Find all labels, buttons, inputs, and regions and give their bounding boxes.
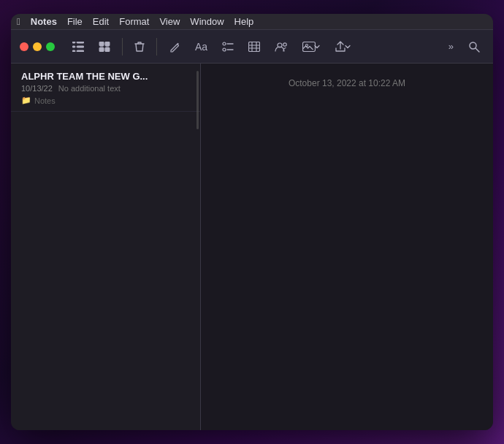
folder-icon: 📁: [21, 96, 31, 105]
share-chevron-icon: [345, 44, 351, 50]
note-folder: 📁 Notes: [21, 96, 190, 105]
traffic-lights: [20, 42, 55, 51]
fullscreen-button[interactable]: [46, 42, 55, 51]
notes-window:  Notes File Edit Format View Window Hel…: [11, 14, 493, 430]
more-button[interactable]: »: [444, 38, 458, 55]
menu-item-file[interactable]: File: [67, 16, 83, 27]
collaborate-icon: [275, 42, 288, 52]
svg-rect-3: [77, 46, 84, 47]
note-title: ALPHR TEAM THE NEW G...: [21, 71, 190, 82]
collaborate-button[interactable]: [270, 39, 292, 55]
share-button[interactable]: [330, 38, 355, 56]
toolbar-divider-1: [122, 38, 123, 56]
close-button[interactable]: [20, 42, 28, 51]
sidebar: ALPHR TEAM THE NEW G... 10/13/22 No addi…: [11, 64, 201, 430]
menu-item-edit[interactable]: Edit: [93, 16, 109, 27]
delete-button[interactable]: [130, 38, 149, 56]
svg-point-20: [283, 42, 286, 45]
note-preview: No additional text: [58, 84, 121, 93]
svg-point-10: [223, 42, 226, 45]
toolbar-divider-2: [156, 38, 157, 56]
note-date: 10/13/22: [21, 84, 53, 93]
svg-line-24: [476, 48, 479, 52]
svg-rect-5: [77, 50, 84, 52]
list-view-button[interactable]: [68, 39, 88, 55]
search-icon: [468, 41, 480, 53]
svg-rect-0: [72, 42, 75, 43]
menu-item-help[interactable]: Help: [234, 16, 254, 27]
chevron-down-icon: [314, 44, 320, 50]
svg-rect-2: [72, 46, 75, 47]
menu-item-notes[interactable]: Notes: [31, 16, 57, 27]
menu-item-view[interactable]: View: [159, 16, 180, 27]
format-button[interactable]: Aa: [191, 38, 212, 56]
editor[interactable]: October 13, 2022 at 10:22 AM: [201, 64, 493, 430]
note-list-item[interactable]: ALPHR TEAM THE NEW G... 10/13/22 No addi…: [11, 64, 200, 112]
folder-name: Notes: [34, 96, 56, 105]
apple-icon[interactable]: : [17, 16, 20, 27]
menu-bar:  Notes File Edit Format View Window Hel…: [11, 14, 493, 30]
font-label: Aa: [195, 41, 207, 53]
checklist-icon: [222, 41, 234, 53]
table-icon: [248, 42, 260, 52]
note-meta: 10/13/22 No additional text: [21, 84, 190, 93]
minimize-button[interactable]: [33, 42, 42, 51]
gallery-view-button[interactable]: [94, 39, 115, 55]
list-icon: [72, 42, 84, 52]
checklist-button[interactable]: [218, 38, 238, 56]
compose-icon: [169, 41, 180, 53]
svg-rect-4: [72, 50, 75, 52]
svg-rect-14: [249, 42, 260, 51]
gallery-icon: [99, 42, 110, 52]
menu-items: Notes File Edit Format View Window Help: [31, 16, 254, 27]
svg-point-11: [223, 48, 226, 51]
editor-timestamp: October 13, 2022 at 10:22 AM: [289, 78, 405, 88]
menu-item-format[interactable]: Format: [119, 16, 149, 27]
new-note-button[interactable]: [164, 38, 185, 56]
search-button[interactable]: [464, 38, 484, 56]
table-button[interactable]: [244, 39, 264, 55]
svg-rect-6: [99, 42, 104, 46]
toolbar: Aa: [11, 30, 493, 64]
menu-item-window[interactable]: Window: [190, 16, 224, 27]
svg-rect-9: [105, 47, 110, 51]
trash-icon: [134, 41, 145, 53]
chevron-right-double-icon: »: [448, 41, 454, 52]
svg-rect-8: [99, 47, 104, 51]
main-content: ALPHR TEAM THE NEW G... 10/13/22 No addi…: [11, 64, 493, 430]
svg-rect-1: [77, 42, 84, 43]
svg-rect-7: [105, 42, 110, 46]
scrollbar[interactable]: [196, 71, 199, 129]
insert-photo-button[interactable]: [298, 38, 324, 56]
